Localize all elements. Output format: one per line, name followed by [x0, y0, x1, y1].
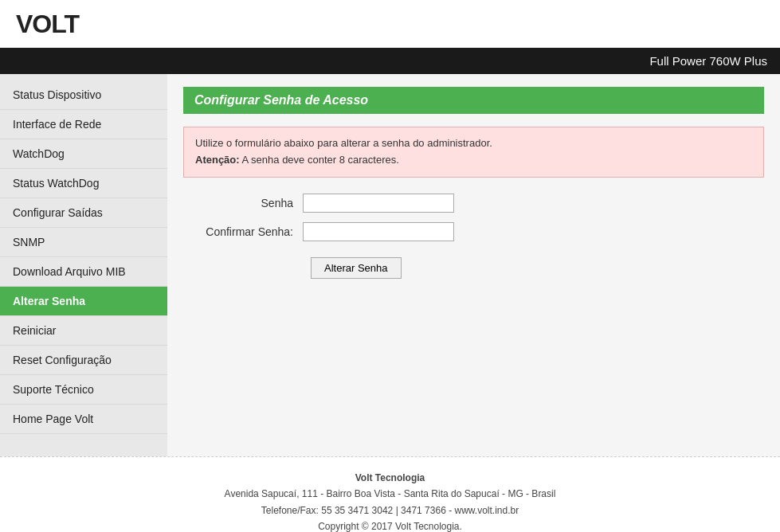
senha-row: Senha: [191, 194, 764, 213]
password-form: Senha Confirmar Senha:: [183, 194, 764, 241]
sidebar-item-snmp[interactable]: SNMP: [0, 228, 167, 257]
info-box: Utilize o formulário abaixo para alterar…: [183, 127, 764, 178]
sidebar: Status DispositivoInterface de RedeWatch…: [0, 74, 167, 456]
footer: Volt Tecnologia Avenida Sapucaí, 111 - B…: [0, 456, 780, 532]
sidebar-item-reset-configuracao[interactable]: Reset Configuração: [0, 346, 167, 375]
warning-label: Atenção:: [195, 154, 240, 166]
footer-company: Volt Tecnologia: [8, 470, 772, 486]
header-bar: Full Power 760W Plus: [0, 48, 780, 74]
sidebar-item-suporte-tecnico[interactable]: Suporte Técnico: [0, 375, 167, 405]
main-layout: Status DispositivoInterface de RedeWatch…: [0, 74, 780, 456]
info-line2: Atenção: A senha deve conter 8 caractere…: [195, 152, 752, 169]
page-title-bar: Configurar Senha de Acesso: [183, 87, 764, 114]
alterar-senha-button[interactable]: Alterar Senha: [311, 257, 402, 279]
confirmar-input[interactable]: [303, 222, 454, 241]
logo: VOLT: [16, 10, 79, 39]
device-name: Full Power 760W Plus: [649, 54, 767, 68]
sidebar-item-home-page-volt[interactable]: Home Page Volt: [0, 405, 167, 434]
senha-input[interactable]: [303, 194, 454, 213]
info-line1: Utilize o formulário abaixo para alterar…: [195, 135, 752, 152]
sidebar-item-alterar-senha[interactable]: Alterar Senha: [0, 287, 167, 316]
footer-address: Avenida Sapucaí, 111 - Bairro Boa Vista …: [8, 486, 772, 502]
confirmar-label: Confirmar Senha:: [191, 225, 303, 238]
sidebar-item-configurar-saidas[interactable]: Configurar Saídas: [0, 198, 167, 228]
footer-copyright: Copyright © 2017 Volt Tecnologia.: [8, 518, 772, 532]
page-title: Configurar Senha de Acesso: [194, 93, 368, 107]
sidebar-item-status-dispositivo[interactable]: Status Dispositivo: [0, 80, 167, 110]
main-content: Configurar Senha de Acesso Utilize o for…: [167, 74, 780, 456]
logo-text: VOLT: [16, 10, 79, 38]
sidebar-item-interface-de-rede[interactable]: Interface de Rede: [0, 110, 167, 139]
sidebar-item-download-arquivo-mib[interactable]: Download Arquivo MIB: [0, 257, 167, 287]
header-logo-area: VOLT: [0, 0, 780, 48]
confirmar-row: Confirmar Senha:: [191, 222, 764, 241]
warning-text: A senha deve conter 8 caracteres.: [242, 154, 399, 166]
sidebar-item-status-watchdog[interactable]: Status WatchDog: [0, 169, 167, 198]
footer-contact: Telefone/Fax: 55 35 3471 3042 | 3471 736…: [8, 503, 772, 518]
sidebar-item-watchdog[interactable]: WatchDog: [0, 139, 167, 169]
senha-label: Senha: [191, 197, 303, 209]
sidebar-item-reiniciar[interactable]: Reiniciar: [0, 316, 167, 346]
